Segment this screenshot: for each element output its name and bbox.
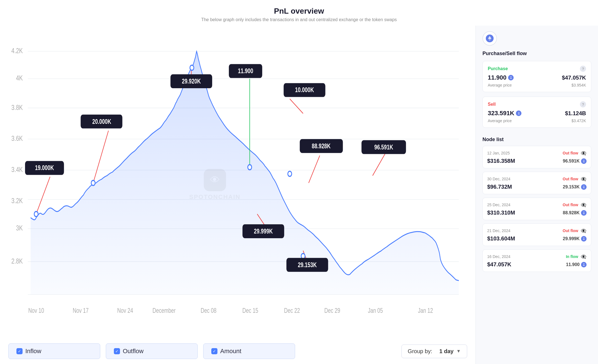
- node-item: 25 Dec, 2024 Out flow 👁‍🗨 $310.310M 88.9…: [482, 198, 591, 220]
- svg-line-33: [309, 156, 320, 183]
- purchase-block-header: Purchase ?: [488, 66, 586, 72]
- chart-svg: 4.2K 4K 3.8K 3.6K 3.4K 3.2K 3K 2.8K: [8, 31, 467, 338]
- purchase-avg-label: Average price: [488, 83, 512, 87]
- sell-help-icon[interactable]: ?: [580, 101, 586, 107]
- node-flow-type-0: Out flow: [563, 151, 578, 155]
- eye-slash-icon-0[interactable]: 👁‍🗨: [580, 150, 587, 156]
- amount-checkbox[interactable]: ✓ Amount: [203, 343, 295, 359]
- inflow-label: Inflow: [25, 348, 41, 355]
- sell-amount: 323.591K Ξ: [488, 110, 521, 117]
- svg-text:4K: 4K: [16, 74, 23, 82]
- group-by-value: 1 day: [439, 348, 454, 355]
- svg-point-37: [91, 180, 95, 185]
- svg-text:96.591K: 96.591K: [374, 143, 393, 151]
- node-date-0: 12 Jan, 2025: [487, 151, 510, 155]
- eye-slash-icon-4[interactable]: 👁‍🗨: [580, 254, 587, 260]
- svg-text:Nov 24: Nov 24: [117, 307, 133, 314]
- sell-usd: $1.124B: [565, 110, 586, 117]
- node-list-container: 12 Jan, 2025 Out flow 👁‍🗨 $316.358M 96.5…: [482, 146, 591, 275]
- node-list-title: Node list: [482, 137, 591, 142]
- purchase-usd: $47.057K: [562, 75, 586, 81]
- node-flow-type-3: Out flow: [563, 228, 578, 233]
- svg-text:Jan 05: Jan 05: [368, 307, 383, 314]
- group-by-control[interactable]: Group by: 1 day ▼: [401, 345, 467, 358]
- node-item-values-4: $47.057K 11.900 Ξ: [487, 261, 587, 268]
- node-item-values-1: $96.732M 29.153K Ξ: [487, 184, 587, 190]
- node-item-values-2: $310.310M 88.928K Ξ: [487, 210, 587, 216]
- inflow-checkmark: ✓: [16, 348, 23, 354]
- svg-point-39: [248, 165, 252, 170]
- node-item-values-3: $103.604M 29.999K Ξ: [487, 235, 587, 242]
- sell-block-header: Sell ?: [488, 101, 586, 107]
- svg-text:29.153K: 29.153K: [298, 261, 317, 268]
- svg-text:19.000K: 19.000K: [35, 164, 54, 171]
- svg-text:20.000K: 20.000K: [92, 118, 111, 125]
- node-item: 21 Dec, 2024 Out flow 👁‍🗨 $103.604M 29.9…: [482, 223, 591, 246]
- eye-slash-icon-3[interactable]: 👁‍🗨: [580, 228, 587, 234]
- node-eth-badge-0: Ξ: [581, 158, 587, 164]
- svg-line-28: [93, 131, 109, 183]
- node-item-header-0: 12 Jan, 2025 Out flow 👁‍🗨: [487, 150, 587, 156]
- purchase-avg-row: Average price $3.954K: [488, 83, 586, 87]
- node-item-header-2: 25 Dec, 2024 Out flow 👁‍🗨: [487, 202, 587, 208]
- node-usd-1: $96.732M: [487, 184, 512, 190]
- inflow-checkbox[interactable]: ✓ Inflow: [8, 343, 100, 359]
- svg-text:4.2K: 4.2K: [11, 46, 23, 55]
- sell-avg-row: Average price $3.472K: [488, 119, 586, 123]
- amount-checkmark: ✓: [211, 348, 217, 354]
- page-title: PnL overview: [0, 7, 598, 16]
- svg-text:Jan 12: Jan 12: [418, 307, 433, 314]
- svg-point-42: [301, 254, 305, 259]
- chart-area: 👁 SPOTONCHAIN 4.2K 4K 3.8K 3.6K 3.4K 3.2…: [0, 26, 476, 364]
- svg-text:Dec 15: Dec 15: [242, 307, 258, 314]
- node-item-values-0: $316.358M 96.591K Ξ: [487, 158, 587, 164]
- svg-text:29.920K: 29.920K: [182, 78, 201, 85]
- sell-avg-label: Average price: [488, 119, 512, 123]
- sell-values-row: 323.591K Ξ $1.124B: [488, 110, 586, 117]
- purchase-label: Purchase: [488, 66, 508, 71]
- svg-point-40: [288, 171, 292, 176]
- svg-text:3K: 3K: [16, 224, 23, 232]
- group-by-label: Group by:: [408, 348, 432, 355]
- svg-text:2.8K: 2.8K: [11, 257, 23, 265]
- node-usd-2: $310.310M: [487, 210, 515, 216]
- node-eth-1: 29.153K Ξ: [563, 184, 587, 190]
- svg-text:11.900: 11.900: [238, 67, 253, 75]
- node-usd-4: $47.057K: [487, 261, 511, 268]
- node-item-header-3: 21 Dec, 2024 Out flow 👁‍🗨: [487, 228, 587, 234]
- sell-avg-price: $3.472K: [572, 119, 586, 123]
- svg-line-35: [372, 154, 385, 176]
- node-item: 16 Dec, 2024 In flow 👁‍🗨 $47.057K 11.900…: [482, 249, 591, 272]
- sell-label: Sell: [488, 102, 496, 107]
- node-eth-badge-2: Ξ: [581, 210, 587, 216]
- node-flow-type-2: Out flow: [563, 203, 578, 207]
- svg-text:29.999K: 29.999K: [254, 227, 273, 235]
- chevron-down-icon: ▼: [456, 349, 461, 354]
- main-content: 👁 SPOTONCHAIN 4.2K 4K 3.8K 3.6K 3.4K 3.2…: [0, 26, 598, 364]
- sell-block: Sell ? 323.591K Ξ $1.124B Average price …: [482, 97, 591, 128]
- svg-point-38: [190, 65, 194, 70]
- node-eth-badge-1: Ξ: [581, 184, 587, 190]
- svg-line-31: [290, 99, 303, 114]
- purchase-help-icon[interactable]: ?: [580, 66, 586, 72]
- eye-slash-icon-1[interactable]: 👁‍🗨: [580, 176, 587, 182]
- page-subtitle: The below graph only includes the transa…: [0, 17, 598, 22]
- purchase-avg-price: $3.954K: [572, 83, 586, 87]
- chart-wrapper: 👁 SPOTONCHAIN 4.2K 4K 3.8K 3.6K 3.4K 3.2…: [8, 31, 467, 338]
- svg-text:10.000K: 10.000K: [295, 86, 314, 94]
- outflow-checkbox[interactable]: ✓ Outflow: [106, 343, 198, 359]
- node-usd-3: $103.604M: [487, 235, 515, 242]
- node-item-header-4: 16 Dec, 2024 In flow 👁‍🗨: [487, 254, 587, 260]
- svg-text:December: December: [153, 307, 176, 314]
- outflow-label: Outflow: [123, 348, 144, 355]
- eye-slash-icon-2[interactable]: 👁‍🗨: [580, 202, 587, 208]
- node-usd-0: $316.358M: [487, 158, 515, 164]
- node-date-3: 21 Dec, 2024: [487, 228, 510, 233]
- node-eth-3: 29.999K Ξ: [563, 236, 587, 242]
- svg-text:3.6K: 3.6K: [11, 134, 23, 142]
- node-flow-type-4: In flow: [566, 254, 578, 259]
- svg-text:Dec 22: Dec 22: [284, 307, 300, 314]
- svg-text:Nov 10: Nov 10: [28, 307, 44, 314]
- amount-label: Amount: [220, 348, 241, 355]
- svg-text:Dec 08: Dec 08: [201, 307, 217, 314]
